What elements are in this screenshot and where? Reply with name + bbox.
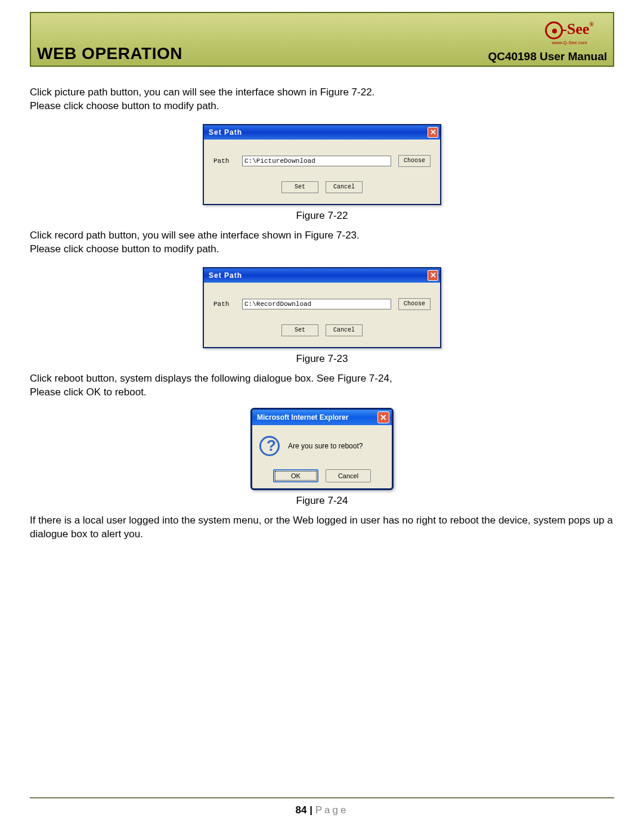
page-subtitle: QC40198 User Manual [488, 50, 607, 63]
page-header: -See® www.Q-See.com WEB OPERATION QC4019… [30, 12, 614, 67]
logo-text: -See [562, 20, 589, 38]
path-input[interactable] [242, 156, 391, 166]
set-path-dialog-22: Set Path ✕ Path Choose Set Cancel [203, 124, 441, 205]
paragraph-3a: Click reboot button, system displays the… [30, 373, 392, 384]
paragraph-1b: Please click choose button to modify pat… [30, 100, 219, 112]
logo-url: www.Q-See.com [552, 40, 587, 45]
page-title: WEB OPERATION [37, 44, 182, 63]
close-icon[interactable]: ✕ [428, 127, 438, 138]
path-label: Path [213, 157, 235, 165]
ie-confirm-dialog: Microsoft Internet Explorer ✕ Are you su… [250, 408, 394, 490]
question-icon [259, 436, 280, 456]
path-label: Path [213, 301, 235, 308]
dialog-body: Are you sure to reboot? OK Cancel [252, 425, 392, 488]
page-number: 84 [296, 804, 307, 816]
set-button[interactable]: Set [281, 324, 318, 336]
dialog-title: Microsoft Internet Explorer [257, 413, 348, 422]
ok-button[interactable]: OK [273, 469, 318, 482]
choose-button[interactable]: Choose [398, 298, 431, 310]
dialog-message: Are you sure to reboot? [288, 442, 363, 450]
choose-button[interactable]: Choose [398, 155, 431, 167]
footer-label: Page [315, 804, 349, 816]
figure-caption-23: Figure 7-23 [30, 353, 614, 365]
logo-graphic: -See® [545, 21, 594, 39]
close-icon[interactable]: ✕ [377, 411, 389, 423]
figure-caption-22: Figure 7-22 [30, 210, 614, 222]
page-footer: 84 | Page [0, 804, 644, 816]
paragraph-3b: Please click OK to reboot. [30, 386, 147, 398]
footer-bar: | [307, 804, 315, 816]
footer-divider [30, 797, 614, 798]
paragraph-2b: Please click choose button to modify pat… [30, 243, 219, 255]
logo-eye-icon [545, 21, 563, 39]
figure-caption-24: Figure 7-24 [30, 495, 614, 507]
dialog-body: Path Choose Set Cancel [204, 140, 440, 204]
dialog-title: Set Path [209, 128, 242, 137]
paragraph-1a: Click picture path button, you can will … [30, 86, 374, 98]
path-input[interactable] [242, 299, 391, 309]
paragraph-4: If there is a local user logged into the… [30, 514, 614, 541]
dialog-title: Set Path [209, 271, 242, 280]
set-button[interactable]: Set [281, 181, 318, 193]
dialog-titlebar[interactable]: Microsoft Internet Explorer ✕ [252, 410, 392, 425]
dialog-body: Path Choose Set Cancel [204, 283, 440, 347]
paragraph-2: Click record path button, you will see a… [30, 229, 614, 256]
cancel-button[interactable]: Cancel [326, 324, 363, 336]
dialog-titlebar[interactable]: Set Path ✕ [204, 125, 440, 140]
set-path-dialog-23: Set Path ✕ Path Choose Set Cancel [203, 267, 441, 348]
qsee-logo: -See® www.Q-See.com [531, 16, 608, 51]
dialog-titlebar[interactable]: Set Path ✕ [204, 268, 440, 283]
paragraph-3: Click reboot button, system displays the… [30, 372, 614, 400]
cancel-button[interactable]: Cancel [326, 181, 363, 193]
close-icon[interactable]: ✕ [428, 270, 438, 281]
paragraph-2a: Click record path button, you will see a… [30, 230, 360, 241]
paragraph-1: Click picture path button, you can will … [30, 86, 614, 113]
cancel-button[interactable]: Cancel [326, 469, 371, 482]
